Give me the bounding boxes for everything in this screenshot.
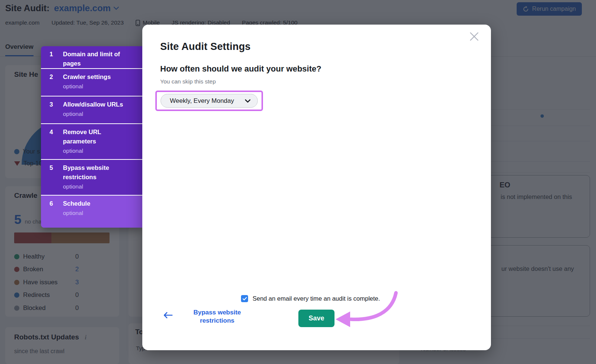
email-checkbox-label: Send an email every time an audit is com… — [253, 295, 380, 302]
step-number: 2 — [50, 72, 53, 82]
step-number: 5 — [50, 163, 53, 172]
close-button[interactable] — [468, 31, 481, 43]
skip-note: You can skip this step — [160, 78, 216, 85]
step-title: Allow/disallow URLs — [63, 100, 127, 109]
step-number: 3 — [50, 100, 53, 109]
chevron-down-icon — [245, 99, 251, 103]
step-schedule[interactable]: 6 Schedule optional — [41, 195, 142, 228]
settings-steps-panel: 1 Domain and limit of pages 2 Crawler se… — [41, 46, 142, 228]
step-optional-label: optional — [63, 82, 137, 91]
step-title: Bypass website restrictions — [63, 163, 127, 182]
step-optional-label: optional — [63, 209, 137, 218]
audit-frequency-select[interactable]: Weekly, Every Monday — [161, 94, 258, 108]
step-title: Schedule — [63, 199, 127, 208]
arrow-left-icon — [163, 311, 173, 319]
step-optional-label: optional — [63, 182, 137, 191]
step-number: 6 — [50, 199, 53, 208]
step-remove-url-parameters[interactable]: 4 Remove URL parameters optional — [41, 123, 142, 159]
schedule-question: How often should we audit your website? — [160, 64, 321, 74]
step-optional-label: optional — [63, 110, 137, 118]
step-title: Remove URL parameters — [63, 127, 127, 146]
step-number: 1 — [50, 50, 53, 59]
check-icon — [242, 297, 247, 301]
step-title: Crawler settings — [63, 72, 127, 82]
modal-title: Site Audit Settings — [160, 41, 251, 53]
step-optional-label: optional — [63, 146, 137, 155]
step-domain-and-limit[interactable]: 1 Domain and limit of pages — [41, 46, 142, 68]
email-checkbox[interactable] — [241, 295, 248, 302]
step-title: Domain and limit of pages — [63, 50, 127, 68]
step-number: 4 — [50, 127, 53, 137]
step-crawler-settings[interactable]: 2 Crawler settings optional — [41, 68, 142, 96]
close-icon — [469, 31, 480, 42]
step-bypass-website-restrictions[interactable]: 5 Bypass website restrictions optional — [41, 159, 142, 195]
annotation-highlight-box: Weekly, Every Monday — [155, 91, 263, 111]
bypass-website-restrictions-link[interactable]: Bypass website restrictions — [187, 308, 248, 325]
audit-frequency-value: Weekly, Every Monday — [170, 97, 245, 105]
email-checkbox-row: Send an email every time an audit is com… — [241, 295, 380, 302]
save-button[interactable]: Save — [298, 310, 335, 327]
step-allow-disallow-urls[interactable]: 3 Allow/disallow URLs optional — [41, 96, 142, 123]
site-audit-settings-modal: Site Audit Settings How often should we … — [142, 25, 491, 350]
back-button[interactable] — [163, 311, 173, 320]
